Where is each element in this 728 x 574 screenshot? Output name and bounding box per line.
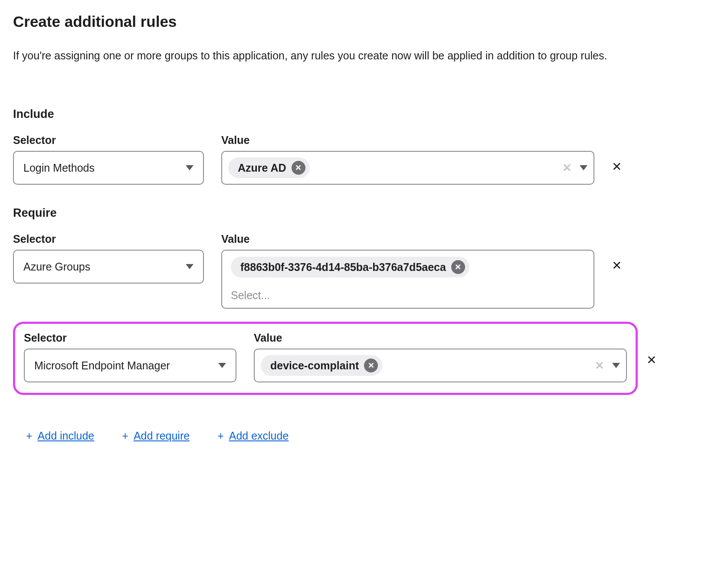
value-chip: Azure AD ✕ (228, 157, 310, 178)
page-description: If you're assigning one or more groups t… (13, 47, 681, 64)
selector-label: Selector (13, 233, 56, 245)
value-multiselect[interactable]: Azure AD ✕ ✕ (221, 151, 594, 185)
value-chip: device-complaint ✕ (261, 355, 382, 376)
chevron-down-icon (186, 165, 193, 170)
add-exclude-link[interactable]: + Add exclude (217, 430, 289, 442)
selector-value: Login Methods (23, 162, 95, 174)
selector-dropdown[interactable]: Azure Groups (13, 250, 204, 284)
include-rule-row: Login Methods Azure AD ✕ ✕ ✕ (13, 151, 715, 185)
remove-row-icon[interactable]: ✕ (646, 353, 656, 367)
plus-icon: + (217, 430, 224, 442)
selector-dropdown[interactable]: Microsoft Endpoint Manager (24, 349, 236, 382)
page-title: Create additional rules (13, 13, 715, 30)
plus-icon: + (122, 430, 128, 442)
chip-remove-icon[interactable]: ✕ (364, 359, 378, 372)
highlight-box: Selector Microsoft Endpoint Manager Valu… (13, 322, 638, 395)
require-rule-row-highlighted: Selector Microsoft Endpoint Manager Valu… (13, 322, 715, 395)
include-heading: Include (13, 108, 715, 121)
chip-label: device-complaint (270, 359, 359, 372)
value-label: Value (221, 134, 249, 146)
add-require-label: Add require (134, 430, 190, 442)
clear-all-icon[interactable]: ✕ (595, 359, 604, 372)
add-require-link[interactable]: + Add require (122, 430, 190, 442)
chevron-down-icon[interactable] (612, 363, 620, 368)
chip-remove-icon[interactable]: ✕ (451, 260, 465, 274)
selector-value: Azure Groups (23, 261, 90, 273)
chevron-down-icon (186, 264, 193, 269)
require-rule-row: Azure Groups f8863b0f-3376-4d14-85ba-b37… (13, 250, 715, 309)
value-label: Value (221, 233, 249, 245)
selector-value: Microsoft Endpoint Manager (34, 359, 170, 372)
chip-label: Azure AD (238, 162, 286, 174)
add-include-label: Add include (38, 430, 95, 442)
add-rule-links: + Add include + Add require + Add exclud… (26, 430, 715, 442)
selector-label: Selector (24, 332, 236, 344)
chip-label: f8863b0f-3376-4d14-85ba-b376a7d5aeca (240, 261, 446, 274)
clear-all-icon[interactable]: ✕ (562, 161, 572, 175)
value-multiselect[interactable]: f8863b0f-3376-4d14-85ba-b376a7d5aeca ✕ S… (221, 250, 594, 309)
remove-row-icon[interactable]: ✕ (612, 258, 622, 273)
remove-row-icon[interactable]: ✕ (612, 160, 622, 174)
add-include-link[interactable]: + Add include (26, 430, 94, 442)
value-chip: f8863b0f-3376-4d14-85ba-b376a7d5aeca ✕ (231, 257, 469, 277)
value-multiselect[interactable]: device-complaint ✕ ✕ (254, 349, 627, 382)
add-exclude-label: Add exclude (229, 430, 289, 442)
chip-remove-icon[interactable]: ✕ (292, 161, 305, 175)
value-label: Value (254, 332, 627, 344)
selector-label: Selector (13, 134, 56, 146)
require-heading: Require (13, 206, 715, 220)
plus-icon: + (26, 430, 33, 442)
selector-dropdown[interactable]: Login Methods (13, 151, 204, 185)
chevron-down-icon (218, 363, 226, 368)
chevron-down-icon[interactable] (580, 165, 587, 170)
value-placeholder: Select... (231, 289, 585, 302)
